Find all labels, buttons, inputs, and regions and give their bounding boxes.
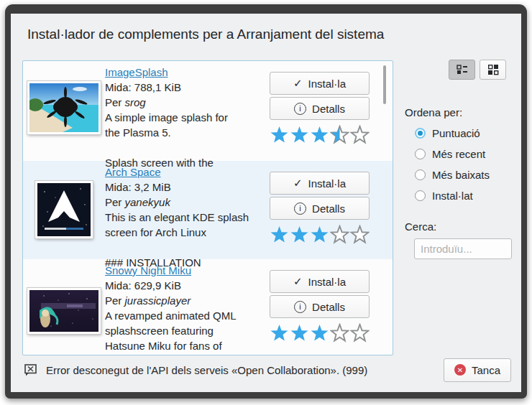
install-button[interactable]: ✓ Instal·la [270,72,370,95]
details-button[interactable]: i Detalls [270,197,370,220]
addon-summary: A revamped animated QML splashscreen fea… [105,308,269,355]
radio-icon [415,128,426,139]
list-item[interactable]: Arch Space Mida: 3,2 MiB Per yanekyuk Th… [23,161,393,259]
rating-stars [270,225,370,244]
addon-size: Mida: 629,9 KiB [105,278,269,293]
install-button[interactable]: ✓ Instal·la [270,172,370,195]
sort-label: Ordena per: [405,106,462,118]
addon-title-link[interactable]: ImageSplash [105,66,168,78]
error-icon [23,363,38,378]
addon-size: Mida: 3,2 MiB [105,180,269,195]
addon-author: Per srog [105,95,269,110]
grid-view-button[interactable] [480,60,506,80]
dialog-content: Instal·lador de complements per a Arranj… [11,14,521,392]
grid-view-icon [487,64,499,75]
addon-thumbnail [35,181,93,238]
addon-author: Per yanekyuk [105,195,269,210]
radio-icon [415,149,426,159]
details-button[interactable]: i Detalls [270,295,370,318]
info-icon: i [294,301,306,313]
info-icon: i [294,103,306,115]
details-button[interactable]: i Detalls [270,97,370,120]
dialog-window: Instal·lador de complements per a Arranj… [5,4,527,399]
addon-summary: This is an elegant KDE splash screen for… [105,210,269,240]
addon-size: Mida: 788,1 KiB [105,80,269,95]
close-button[interactable]: ✕ Tanca [444,358,511,382]
list-view-button[interactable] [449,60,475,80]
addon-list: ImageSplash Mida: 788,1 KiB Per srog A s… [22,60,393,355]
list-view-icon [457,64,468,75]
sort-option-mes-recent[interactable]: Més recent [415,144,490,164]
sort-options: Puntuació Més recent Més baixats Instal·… [415,123,490,206]
addon-title-link[interactable]: Arch Space [105,166,161,178]
addon-thumbnail [27,81,101,134]
sort-option-installat[interactable]: Instal·lat [415,185,490,206]
status-bar: Error desconegut de l'API dels serveis «… [23,357,511,383]
rating-stars [270,323,370,343]
check-icon: ✓ [293,77,303,90]
sort-option-puntuacio[interactable]: Puntuació [415,123,490,144]
addon-title-link[interactable]: Snowy Night Miku [105,264,191,276]
sort-option-mes-baixats[interactable]: Més baixats [415,164,490,185]
list-item[interactable]: ImageSplash Mida: 788,1 KiB Per srog A s… [23,61,393,161]
addon-author: Per jurassicplayer [105,293,269,308]
radio-icon [415,169,426,180]
scrollbar[interactable] [383,65,386,104]
search-input[interactable] [414,238,512,259]
error-message: Error desconegut de l'API dels serveis «… [46,364,367,376]
addon-thumbnail [27,288,101,334]
page-title: Instal·lador de complements per a Arranj… [27,27,384,42]
radio-icon [415,190,426,201]
search-label: Cerca: [405,220,436,233]
list-item[interactable]: Snowy Night Miku Mida: 629,9 KiB Per jur… [23,259,393,355]
rating-stars [270,125,370,144]
check-icon: ✓ [293,275,303,288]
info-icon: i [294,202,306,215]
check-icon: ✓ [293,177,303,190]
install-button[interactable]: ✓ Instal·la [270,270,370,293]
close-icon: ✕ [454,364,466,376]
addon-summary: A simple image splash for the Plasma 5. [105,110,269,140]
